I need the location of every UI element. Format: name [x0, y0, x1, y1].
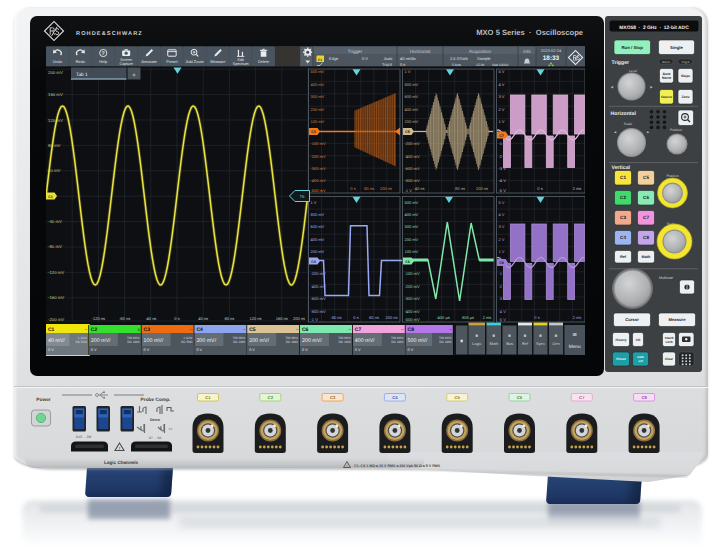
svg-text:Logic: Logic	[472, 341, 481, 346]
svg-text:-5 V: -5 V	[499, 188, 507, 193]
svg-text:Spec: Spec	[536, 341, 545, 346]
svg-text:C1: C1	[48, 195, 53, 199]
svg-text:-500 mV: -500 mV	[311, 188, 326, 193]
svg-text:C2: C2	[91, 327, 98, 333]
svg-text:0 s: 0 s	[350, 186, 355, 191]
svg-text:DC 50Ω: DC 50Ω	[181, 340, 193, 344]
svg-text:Acquisition: Acquisition	[469, 49, 492, 54]
svg-text:DC 1MΩ: DC 1MΩ	[439, 340, 452, 344]
svg-text:Wat 10000: Wat 10000	[492, 63, 508, 67]
svg-text:C2: C2	[620, 195, 626, 200]
svg-text:200 ns: 200 ns	[380, 186, 392, 191]
svg-text:History: History	[616, 338, 627, 342]
svg-text:DC 1MΩ: DC 1MΩ	[338, 340, 351, 344]
svg-text:2.5 GSa/s: 2.5 GSa/s	[450, 56, 468, 61]
svg-text:C3: C3	[311, 130, 316, 134]
svg-text:-400 mV: -400 mV	[405, 309, 420, 314]
svg-text:ROHDE&SCHWARZ: ROHDE&SCHWARZ	[76, 31, 143, 37]
svg-text:0 V: 0 V	[408, 348, 414, 352]
svg-text:Math: Math	[489, 341, 498, 346]
svg-text:DC 1MΩ: DC 1MΩ	[233, 340, 246, 344]
svg-text:-1 V: -1 V	[311, 317, 319, 322]
svg-text:-200 mV: -200 mV	[48, 317, 64, 322]
svg-text:Norm: Norm	[662, 76, 671, 80]
svg-text:200 ns: 200 ns	[293, 316, 305, 321]
svg-text:D15 ... D8: D15 ... D8	[76, 435, 91, 439]
svg-text:1 V: 1 V	[499, 119, 505, 124]
svg-text:-400 mV: -400 mV	[311, 178, 326, 183]
svg-text:200 mV/: 200 mV/	[249, 338, 269, 344]
svg-text:40 ns: 40 ns	[198, 316, 208, 321]
svg-text:0 V: 0 V	[144, 348, 150, 352]
svg-text:200 mV: 200 mV	[311, 107, 325, 112]
svg-text:C5: C5	[455, 395, 461, 400]
svg-text:-300 mV: -300 mV	[405, 296, 420, 301]
svg-text:Position: Position	[666, 174, 678, 178]
svg-text:-500 mV: -500 mV	[405, 317, 420, 322]
svg-text:Probe Comp.: Probe Comp.	[141, 397, 171, 403]
svg-text:-40 mV: -40 mV	[48, 219, 62, 224]
svg-text:C5: C5	[249, 327, 256, 333]
svg-text:40 ns/div: 40 ns/div	[400, 56, 416, 61]
svg-text:200 mV/: 200 mV/	[91, 338, 111, 344]
svg-text:Capture: Capture	[120, 62, 133, 66]
svg-text:Undo: Undo	[53, 59, 62, 64]
svg-text:Ref: Ref	[522, 341, 529, 346]
svg-text:200 mV: 200 mV	[405, 237, 419, 242]
svg-text:–: –	[85, 327, 88, 332]
svg-text:0 s: 0 s	[534, 315, 539, 320]
svg-text:-40 ns: -40 ns	[413, 186, 424, 191]
svg-text:5 kpts: 5 kpts	[452, 63, 461, 67]
svg-text:-800 mV: -800 mV	[405, 178, 420, 183]
svg-text:Slope: Slope	[681, 74, 690, 78]
svg-text:0 V: 0 V	[302, 348, 308, 352]
svg-text:2 ms: 2 ms	[483, 315, 492, 320]
svg-text:–: –	[243, 327, 246, 332]
svg-text:–: –	[190, 327, 193, 332]
svg-text:Preset: Preset	[616, 357, 627, 361]
svg-text:40 mV/: 40 mV/	[48, 338, 65, 344]
svg-text:3 V: 3 V	[499, 94, 505, 99]
svg-text:!: !	[346, 464, 347, 468]
svg-text:400 mV: 400 mV	[311, 82, 325, 87]
svg-text:Level: Level	[629, 69, 637, 73]
svg-text:Trig'd: Trig'd	[382, 62, 392, 67]
svg-text:2 ms: 2 ms	[573, 186, 582, 191]
svg-text:200 mV/: 200 mV/	[302, 338, 322, 344]
svg-text:0 s: 0 s	[537, 186, 542, 191]
svg-text:0 V: 0 V	[249, 348, 255, 352]
svg-text:Trigger: Trigger	[612, 60, 630, 66]
svg-text:C4: C4	[196, 327, 203, 333]
svg-text:200 mV: 200 mV	[405, 119, 419, 124]
svg-text:0 V: 0 V	[48, 348, 54, 352]
svg-text:Logic Channels: Logic Channels	[104, 460, 139, 465]
svg-text:-80 ns: -80 ns	[330, 315, 341, 320]
svg-text:D7 ... D0: D7 ... D0	[149, 436, 162, 440]
svg-text:-80 ns: -80 ns	[119, 316, 130, 321]
svg-text:Ref: Ref	[620, 255, 627, 259]
svg-text:0 V: 0 V	[196, 348, 202, 352]
svg-text:C3: C3	[620, 215, 626, 220]
svg-text:500 mV: 500 mV	[311, 69, 325, 74]
svg-text:–: –	[296, 327, 299, 332]
svg-text:Source: Source	[661, 95, 672, 99]
svg-text:Cursor: Cursor	[625, 317, 639, 322]
svg-text:1 V: 1 V	[499, 249, 505, 254]
svg-text:Clear: Clear	[665, 357, 674, 361]
svg-text:200 mV: 200 mV	[311, 249, 325, 254]
svg-text:400 mV: 400 mV	[311, 237, 325, 242]
svg-text:4 V: 4 V	[499, 82, 505, 87]
svg-text:Sample: Sample	[477, 56, 491, 61]
svg-text:Help: Help	[99, 59, 107, 64]
svg-text:100 mV/: 100 mV/	[144, 338, 164, 344]
svg-text:C4: C4	[311, 260, 316, 264]
svg-text:100 mV: 100 mV	[405, 249, 419, 254]
svg-text:0 s: 0 s	[353, 315, 358, 320]
svg-text:5 V: 5 V	[499, 200, 505, 205]
svg-text:Add Zoom: Add Zoom	[186, 59, 204, 64]
svg-text:80 ns: 80 ns	[225, 316, 235, 321]
svg-text:-200 mV: -200 mV	[405, 284, 420, 289]
svg-text:-5 V: -5 V	[499, 317, 507, 322]
svg-text:Run / Stop: Run / Stop	[622, 45, 644, 50]
svg-text:-120 mV: -120 mV	[48, 270, 64, 275]
